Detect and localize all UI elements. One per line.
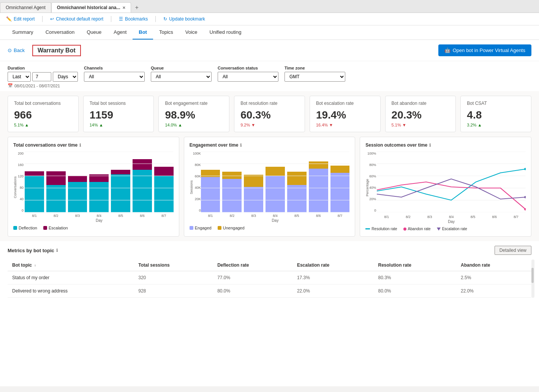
tab-close-icon[interactable]: ✕ [122, 6, 125, 10]
bookmarks-button[interactable]: ☰ Bookmarks [119, 16, 148, 22]
page-content: ⊙ Back Warranty Bot 🤖 Open bot in Power … [0, 40, 539, 386]
timezone-label: Time zone [285, 66, 345, 70]
detailed-view-button[interactable]: Detailed view [495, 246, 531, 255]
cell-deflection-1: 80.0% [213, 285, 292, 298]
table-row: Delivered to wrong address 928 80.0% 22.… [8, 285, 531, 298]
x-axis-title-conv: Day [25, 218, 174, 223]
tab-summary[interactable]: Summary [6, 25, 40, 40]
tab-agent[interactable]: Agent [107, 25, 133, 40]
x-axis-title-eng: Day [201, 218, 350, 223]
edit-report-button[interactable]: ✏️ Edit report [6, 16, 35, 22]
channels-select[interactable]: All [84, 72, 145, 82]
kpi-value-6: 4.8 [467, 109, 525, 121]
col-resolution-rate: Resolution rate [374, 259, 457, 271]
toolbar-separator [42, 16, 43, 22]
kpi-card-5: Bot abandon rate 20.3% 5.1% ▼ [385, 96, 456, 132]
queue-filter: Queue All [151, 66, 212, 82]
duration-period-select[interactable]: Days [53, 72, 78, 82]
info-icon: ℹ [79, 143, 81, 148]
cell-abandon-1: 22.0% [456, 285, 531, 298]
queue-label: Queue [151, 66, 212, 70]
kpi-change-6: 3.2% ▲ [467, 123, 525, 127]
cell-sessions-0: 320 [134, 271, 213, 285]
duration-label: Duration [8, 66, 78, 70]
back-label: Back [14, 47, 25, 53]
kpi-title-5: Bot abandon rate [392, 101, 450, 106]
svg-point-18 [524, 168, 526, 170]
browser-tab-agent[interactable]: Omnichannel Agent [0, 2, 51, 13]
legend-engaged: Engaged [190, 226, 212, 230]
toolbar-separator-2 [111, 16, 111, 22]
cell-sessions-1: 928 [134, 285, 213, 298]
checkout-default-button[interactable]: ↩ Checkout default report [50, 16, 103, 22]
cell-escalation-1: 22.0% [292, 285, 374, 298]
open-pva-button[interactable]: 🤖 Open bot in Power Virtual Agents [438, 44, 531, 56]
timezone-select[interactable]: GMT [285, 72, 345, 82]
channels-filter: Channels All [84, 66, 145, 82]
kpi-card-3: Bot resolution rate 60.3% 9.2% ▼ [234, 96, 305, 132]
back-button[interactable]: ⊙ Back [8, 47, 25, 53]
metrics-section: Metrics by bot topic ℹ Detailed view Bot… [0, 241, 539, 302]
resolution-color [365, 228, 370, 229]
scrollbar[interactable] [531, 259, 534, 298]
timezone-filter: Time zone GMT [285, 66, 345, 82]
nav-tabs: Summary Conversation Queue Agent Bot Top… [0, 25, 539, 40]
duration-type-select[interactable]: Last [8, 72, 31, 82]
tab-bot[interactable]: Bot [133, 25, 153, 40]
checkout-icon: ↩ [50, 16, 54, 22]
info-icon-2: ℹ [240, 143, 242, 148]
kpi-change-3: 9.2% ▼ [240, 123, 299, 127]
tab-conversation[interactable]: Conversation [40, 25, 81, 40]
col-bot-topic: Bot topic ↑ [8, 259, 134, 271]
cell-resolution-1: 80.0% [374, 285, 457, 298]
kpi-value-2: 98.9% [165, 109, 223, 121]
add-tab-button[interactable]: + [131, 3, 142, 13]
browser-tabs: Omnichannel Agent Omnichannel historical… [0, 0, 539, 13]
duration-number-input[interactable] [32, 72, 51, 81]
cell-abandon-0: 2.5% [456, 271, 531, 285]
legend-escalation-rate: Escalation rate [437, 227, 467, 231]
conversation-status-select[interactable]: All [218, 72, 278, 82]
kpi-value-3: 60.3% [240, 109, 299, 121]
kpi-change-5: 5.1% ▼ [392, 123, 450, 127]
cell-resolution-0: 80.3% [374, 271, 457, 285]
session-outcomes-chart: Session outcomes over time ℹ Percentage … [360, 137, 531, 237]
scrollbar-thumb [531, 268, 534, 283]
abandon-line [377, 182, 526, 209]
x-label-4: 8/4 [89, 214, 109, 218]
tab-queue[interactable]: Queue [81, 25, 107, 40]
bookmarks-icon: ☰ [119, 16, 123, 22]
kpi-value-0: 966 [14, 109, 72, 121]
kpi-title-4: Bot escalation rate [316, 101, 374, 106]
tab-voice[interactable]: Voice [179, 25, 204, 40]
channels-label: Channels [84, 66, 145, 70]
col-total-sessions: Total sessions [134, 259, 213, 271]
engagement-over-time-chart: Engagement over time ℹ Sessions 100K80K6… [184, 137, 356, 237]
tab-unified-routing[interactable]: Unified routing [204, 25, 248, 40]
x-label-5: 8/5 [111, 214, 130, 218]
conversations-over-time-chart: Total conversations over time ℹ Conversa… [8, 137, 179, 237]
cell-topic-1: Delivered to wrong address [8, 285, 134, 298]
charts-row: Total conversations over time ℹ Conversa… [0, 137, 539, 241]
chart3-legend: Resolution rate Abandon rate Escalation … [365, 227, 526, 231]
kpi-value-5: 20.3% [392, 109, 450, 121]
metrics-header: Metrics by bot topic ℹ Detailed view [8, 246, 531, 255]
queue-select[interactable]: All [151, 72, 212, 82]
refresh-icon: ↻ [163, 16, 167, 22]
page-title: Warranty Bot [32, 45, 81, 56]
escalation-line [377, 179, 526, 199]
tab-topics[interactable]: Topics [153, 25, 179, 40]
browser-tab-historical[interactable]: Omnichannel historical ana... ✕ [51, 2, 131, 13]
escalation-triangle [437, 228, 441, 231]
toolbar-separator-3 [155, 16, 156, 22]
tab-agent-label: Omnichannel Agent [6, 5, 46, 10]
x-axis-title-session: Day [377, 220, 526, 224]
legend-abandon-rate: Abandon rate [403, 227, 431, 231]
kpi-change-0: 5.1% ▲ [14, 123, 72, 127]
cell-escalation-0: 17.3% [292, 271, 374, 285]
chart1-title: Total conversations over time ℹ [13, 142, 174, 148]
update-bookmark-button[interactable]: ↻ Update bookmark [163, 16, 205, 22]
kpi-title-6: Bot CSAT [467, 101, 525, 106]
duration-filter: Duration Last Days [8, 66, 78, 82]
page-header: ⊙ Back Warranty Bot 🤖 Open bot in Power … [0, 40, 539, 61]
